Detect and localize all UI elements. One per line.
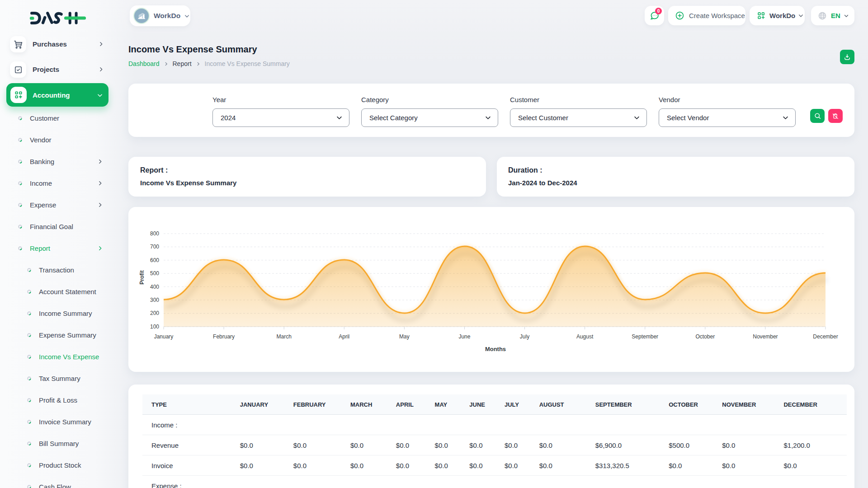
svg-text:March: March — [277, 333, 292, 340]
svg-text:November: November — [753, 333, 778, 340]
svg-text:September: September — [632, 333, 658, 340]
svg-text:February: February — [213, 333, 235, 340]
svg-text:600: 600 — [150, 257, 159, 263]
svg-text:Profit: Profit — [139, 270, 145, 284]
svg-text:Months: Months — [485, 346, 506, 352]
svg-text:January: January — [154, 333, 174, 340]
svg-text:400: 400 — [150, 284, 159, 290]
svg-text:June: June — [458, 333, 470, 340]
svg-text:August: August — [576, 333, 594, 340]
svg-text:800: 800 — [150, 230, 159, 237]
svg-text:December: December — [813, 333, 838, 340]
svg-text:500: 500 — [150, 270, 159, 277]
svg-text:200: 200 — [150, 310, 159, 316]
svg-text:April: April — [339, 333, 349, 340]
svg-text:700: 700 — [150, 244, 159, 250]
svg-text:May: May — [399, 333, 410, 340]
svg-text:October: October — [695, 333, 715, 340]
svg-text:100: 100 — [150, 324, 159, 330]
svg-text:July: July — [520, 333, 529, 340]
svg-text:300: 300 — [150, 297, 159, 303]
